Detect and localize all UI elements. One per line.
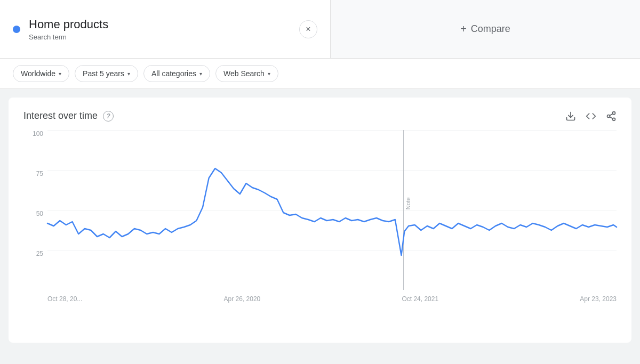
category-label: All categories <box>151 69 196 78</box>
chart-title-area: Interest over time ? <box>23 110 114 122</box>
help-icon[interactable]: ? <box>103 111 114 122</box>
download-icon[interactable] <box>565 111 576 122</box>
chart-actions <box>565 111 617 122</box>
y-label-25: 25 <box>23 250 47 257</box>
time-range-label: Past 5 years <box>83 69 124 78</box>
term-subtitle: Search term <box>29 33 293 41</box>
filters-bar: Worldwide ▾ Past 5 years ▾ All categorie… <box>0 59 640 89</box>
close-icon: × <box>306 25 310 34</box>
x-label-apr2020: Apr 26, 2020 <box>224 295 261 303</box>
location-chevron-icon: ▾ <box>59 71 61 77</box>
chart-title: Interest over time <box>23 110 98 122</box>
search-type-filter[interactable]: Web Search ▾ <box>215 65 278 82</box>
close-button[interactable]: × <box>299 20 317 38</box>
search-term-box: Home products Search term × <box>0 0 331 58</box>
svg-line-5 <box>610 114 613 115</box>
location-filter[interactable]: Worldwide ▾ <box>13 65 69 82</box>
x-label-apr2023: Apr 23, 2023 <box>580 295 617 303</box>
main-content: Interest over time ? <box>9 98 631 343</box>
compare-label: Compare <box>471 23 510 35</box>
chart-inner: Note <box>47 130 617 290</box>
chart-area: 100 75 50 25 Note O <box>23 130 617 311</box>
term-info: Home products Search term <box>29 17 293 42</box>
location-label: Worldwide <box>21 69 55 78</box>
x-axis: Oct 28, 20... Apr 26, 2020 Oct 24, 2021 … <box>47 292 617 311</box>
term-title: Home products <box>29 17 293 33</box>
embed-icon[interactable] <box>586 111 596 122</box>
y-label-75: 75 <box>23 170 47 177</box>
term-dot <box>13 26 20 33</box>
y-label-50: 50 <box>23 210 47 217</box>
top-bar: Home products Search term × + Compare <box>0 0 640 59</box>
search-type-chevron-icon: ▾ <box>268 71 270 77</box>
y-axis: 100 75 50 25 <box>23 130 47 290</box>
trend-chart <box>47 130 617 290</box>
category-filter[interactable]: All categories ▾ <box>143 65 210 82</box>
compare-plus-icon: + <box>460 23 467 35</box>
compare-box[interactable]: + Compare <box>331 0 640 58</box>
time-range-filter[interactable]: Past 5 years ▾ <box>75 65 138 82</box>
svg-line-4 <box>610 117 613 118</box>
category-chevron-icon: ▾ <box>199 71 202 77</box>
x-label-oct2021: Oct 24, 2021 <box>402 295 438 303</box>
chart-header: Interest over time ? <box>23 110 617 122</box>
x-label-oct2018: Oct 28, 20... <box>47 295 82 303</box>
search-type-label: Web Search <box>223 69 265 78</box>
y-label-100: 100 <box>23 130 47 137</box>
share-icon[interactable] <box>606 111 617 122</box>
time-range-chevron-icon: ▾ <box>127 71 130 77</box>
